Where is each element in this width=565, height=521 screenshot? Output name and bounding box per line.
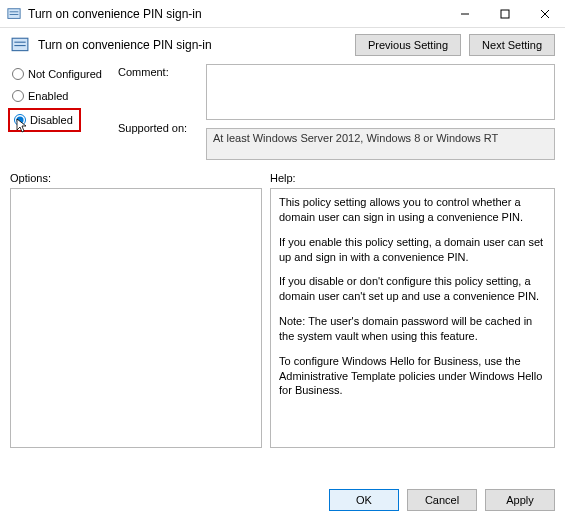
panel-labels: Options: Help: — [0, 166, 565, 188]
cancel-button[interactable]: Cancel — [407, 489, 477, 511]
next-setting-button[interactable]: Next Setting — [469, 34, 555, 56]
svg-rect-7 — [12, 38, 28, 50]
field-labels: Comment: Supported on: — [118, 64, 198, 160]
maximize-button[interactable] — [485, 0, 525, 28]
help-paragraph: This policy setting allows you to contro… — [279, 195, 546, 225]
help-paragraph: To configure Windows Hello for Business,… — [279, 354, 546, 399]
help-paragraph: If you enable this policy setting, a dom… — [279, 235, 546, 265]
radio-not-configured-input[interactable] — [12, 68, 24, 80]
help-paragraph: If you disable or don't configure this p… — [279, 274, 546, 304]
svg-rect-4 — [501, 10, 509, 18]
dialog-footer: OK Cancel Apply — [329, 489, 555, 511]
options-label: Options: — [10, 172, 270, 184]
radio-enabled-input[interactable] — [12, 90, 24, 102]
radio-label: Enabled — [28, 90, 68, 102]
radio-enabled[interactable]: Enabled — [10, 88, 110, 104]
radio-label: Disabled — [30, 114, 73, 126]
panels: This policy setting allows you to contro… — [0, 188, 565, 448]
supported-on-text: At least Windows Server 2012, Windows 8 … — [213, 132, 498, 144]
comment-textarea[interactable] — [206, 64, 555, 120]
supported-label: Supported on: — [118, 122, 198, 134]
apply-button[interactable]: Apply — [485, 489, 555, 511]
svg-rect-1 — [10, 11, 19, 12]
policy-title: Turn on convenience PIN sign-in — [38, 38, 347, 52]
help-label: Help: — [270, 172, 555, 184]
radio-not-configured[interactable]: Not Configured — [10, 66, 110, 82]
radio-disabled[interactable]: Disabled — [12, 112, 75, 128]
policy-icon — [6, 6, 22, 22]
window-controls — [445, 0, 565, 27]
policy-icon — [10, 35, 30, 55]
help-paragraph: Note: The user's domain password will be… — [279, 314, 546, 344]
svg-rect-0 — [8, 8, 20, 18]
comment-label: Comment: — [118, 66, 198, 78]
titlebar: Turn on convenience PIN sign-in — [0, 0, 565, 28]
nav-buttons: Previous Setting Next Setting — [355, 34, 555, 56]
svg-rect-2 — [10, 14, 19, 15]
help-panel[interactable]: This policy setting allows you to contro… — [270, 188, 555, 448]
svg-rect-8 — [14, 42, 25, 43]
options-panel[interactable] — [10, 188, 262, 448]
config-area: Not Configured Enabled Disabled Comment:… — [0, 64, 565, 166]
previous-setting-button[interactable]: Previous Setting — [355, 34, 461, 56]
field-inputs: At least Windows Server 2012, Windows 8 … — [206, 64, 555, 160]
window-title: Turn on convenience PIN sign-in — [28, 7, 445, 21]
close-button[interactable] — [525, 0, 565, 28]
svg-rect-9 — [14, 45, 25, 46]
radio-disabled-input[interactable] — [14, 114, 26, 126]
ok-button[interactable]: OK — [329, 489, 399, 511]
minimize-button[interactable] — [445, 0, 485, 28]
disabled-highlight: Disabled — [8, 108, 81, 132]
supported-on-box: At least Windows Server 2012, Windows 8 … — [206, 128, 555, 160]
state-radio-group: Not Configured Enabled Disabled — [10, 64, 110, 160]
header-row: Turn on convenience PIN sign-in Previous… — [0, 28, 565, 64]
radio-label: Not Configured — [28, 68, 102, 80]
